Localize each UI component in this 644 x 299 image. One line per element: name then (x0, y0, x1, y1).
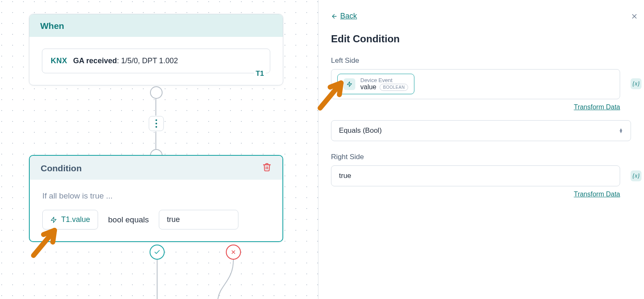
event-sup: Device Event (360, 77, 408, 83)
bolt-icon (344, 78, 355, 90)
x-icon (230, 249, 236, 255)
when-header: When (29, 14, 283, 37)
operator-select[interactable]: Equals (Bool) ▲▼ (331, 120, 631, 141)
close-button[interactable] (631, 12, 638, 23)
edit-panel: Back Edit Condition Left Side Device Eve… (318, 0, 644, 299)
condition-left-text: T1.value (61, 215, 90, 224)
event-main: value (360, 83, 376, 91)
trash-icon (262, 162, 272, 172)
condition-left-chip[interactable]: T1.value (42, 210, 98, 229)
connector-line (155, 99, 156, 116)
event-type-badge: BOOLEAN (380, 84, 408, 91)
trigger-protocol: KNX (51, 57, 67, 65)
variable-picker-button[interactable]: {x} (631, 78, 641, 89)
condition-subtitle: If all below is true ... (42, 191, 270, 201)
branch-false-button[interactable] (226, 245, 241, 260)
svg-marker-6 (347, 82, 352, 87)
left-side-label: Left Side (331, 57, 629, 65)
trigger-tag: T1 (254, 70, 266, 78)
condition-operator: bool equals (108, 215, 149, 224)
trigger-bold: GA received (73, 57, 117, 65)
select-chevrons-icon: ▲▼ (619, 128, 623, 133)
delete-button[interactable] (262, 162, 272, 174)
arrow-left-icon (331, 13, 338, 20)
condition-card[interactable]: Condition If all below is true ... T1.va… (29, 155, 283, 242)
trigger-rest: : 1/5/0, DPT 1.002 (117, 57, 178, 65)
branch-true-button[interactable] (150, 245, 165, 260)
back-link[interactable]: Back (331, 12, 357, 21)
condition-right-value[interactable]: true (159, 210, 238, 229)
bolt-icon (50, 217, 57, 223)
variable-picker-button[interactable]: {x} (631, 170, 641, 181)
check-icon (154, 249, 160, 255)
connector-line (155, 131, 156, 149)
when-card[interactable]: When KNXGA received: 1/5/0, DPT 1.002 T1 (29, 14, 283, 85)
add-node-button[interactable] (149, 116, 164, 131)
transform-data-link[interactable]: Transform Data (574, 191, 620, 198)
x-icon (631, 13, 638, 20)
trigger-box[interactable]: KNXGA received: 1/5/0, DPT 1.002 T1 (42, 49, 270, 73)
operator-value: Equals (Bool) (339, 126, 382, 135)
flow-canvas[interactable]: When KNXGA received: 1/5/0, DPT 1.002 T1… (0, 0, 318, 299)
panel-title: Edit Condition (331, 33, 629, 45)
svg-marker-0 (51, 217, 56, 222)
back-label: Back (340, 12, 357, 21)
vertical-dots-icon (155, 119, 157, 128)
condition-header: Condition (41, 163, 82, 173)
connector-dot (150, 86, 163, 99)
right-side-label: Right Side (331, 153, 629, 161)
right-side-input[interactable]: true (331, 165, 620, 186)
transform-data-link[interactable]: Transform Data (574, 103, 620, 111)
left-side-input[interactable]: Device Event value BOOLEAN (331, 69, 620, 99)
device-event-chip[interactable]: Device Event value BOOLEAN (337, 74, 414, 94)
